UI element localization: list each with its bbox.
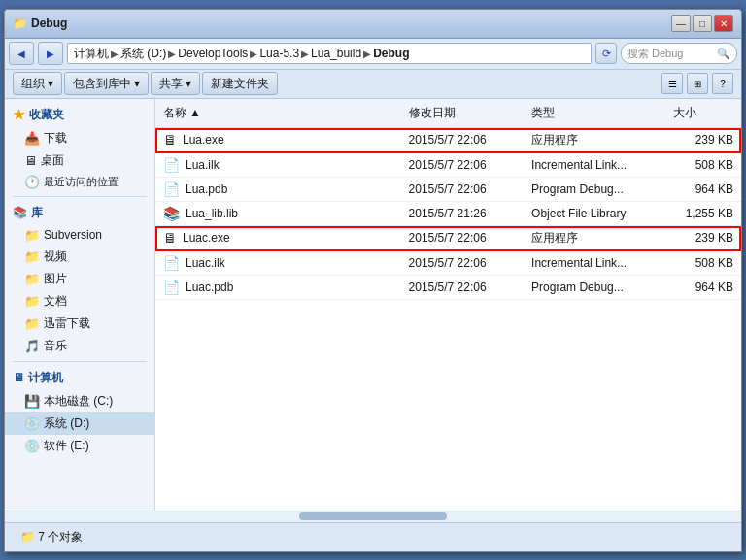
drive-c-icon: 💾 xyxy=(24,394,40,409)
path-devtools: DevelopTools xyxy=(178,47,248,60)
subversion-icon: 📁 xyxy=(24,228,40,243)
table-row[interactable]: 📄 Lua.ilk 2015/5/7 22:06 Incremental Lin… xyxy=(155,153,741,178)
file-type-icon: 📄 xyxy=(163,181,180,197)
table-row[interactable]: 🖥 Luac.exe 2015/5/7 22:06 应用程序 239 KB xyxy=(155,226,741,251)
path-debug: Debug xyxy=(373,47,409,60)
col-header-name[interactable]: 名称 ▲ xyxy=(155,103,401,123)
search-icon: 🔍 xyxy=(717,48,730,60)
organize-button[interactable]: 组织 ▾ xyxy=(13,72,62,95)
file-list-header: 名称 ▲ 修改日期 类型 大小 xyxy=(155,99,741,128)
computer-header[interactable]: 🖥 计算机 xyxy=(5,366,154,390)
horizontal-scrollbar[interactable] xyxy=(5,511,741,522)
file-size: 508 KB xyxy=(665,255,741,271)
new-folder-button[interactable]: 新建文件夹 xyxy=(202,72,278,95)
file-type-icon: 🖥 xyxy=(163,230,177,246)
table-row[interactable]: 📄 Lua.pdb 2015/5/7 22:06 Program Debug..… xyxy=(155,178,741,202)
window-title: Debug xyxy=(31,16,671,30)
file-date: 2015/5/7 22:06 xyxy=(401,255,525,271)
sidebar: ★ 收藏夹 📥 下载 🖥 桌面 🕐 最近访问的位置 xyxy=(5,99,155,511)
sidebar-item-subversion[interactable]: 📁 Subversion xyxy=(5,225,154,246)
file-list: 名称 ▲ 修改日期 类型 大小 🖥 Lua.exe 2015/5/7 22:0 xyxy=(155,99,741,511)
file-name: 📄 Lua.ilk xyxy=(155,156,401,174)
status-text: 7 个对象 xyxy=(38,529,83,545)
search-box[interactable]: 搜索 Debug 🔍 xyxy=(621,43,737,64)
file-name: 🖥 Lua.exe xyxy=(155,131,401,148)
path-computer: 计算机 xyxy=(74,46,109,62)
file-type: Object File Library xyxy=(524,206,665,221)
include-library-button[interactable]: 包含到库中 ▾ xyxy=(64,72,149,95)
minimize-button[interactable]: — xyxy=(671,15,691,32)
explorer-window: 📁 Debug — □ ✕ ◀ ▶ 计算机 ▶ 系统 (D:) ▶ Develo… xyxy=(4,9,742,552)
refresh-button[interactable]: ⟳ xyxy=(595,43,617,64)
file-type: 应用程序 xyxy=(524,229,665,247)
table-row[interactable]: 📄 Luac.ilk 2015/5/7 22:06 Incremental Li… xyxy=(155,251,741,276)
file-type-icon: 📄 xyxy=(163,157,180,173)
sidebar-divider-1 xyxy=(13,196,147,197)
table-row[interactable]: 📚 Lua_lib.lib 2015/5/7 21:26 Object File… xyxy=(155,202,741,226)
sidebar-item-video[interactable]: 📁 视频 xyxy=(5,246,154,268)
file-name: 📄 Luac.ilk xyxy=(155,254,401,272)
computer-section: 🖥 计算机 💾 本地磁盘 (C:) 💿 系统 (D:) 💿 软件 (E:) xyxy=(5,366,154,457)
sidebar-item-recent[interactable]: 🕐 最近访问的位置 xyxy=(5,172,154,192)
file-type: 应用程序 xyxy=(524,131,665,149)
file-type: Incremental Link... xyxy=(524,157,665,173)
sidebar-item-drive-d[interactable]: 💿 系统 (D:) xyxy=(5,412,154,435)
file-type-icon: 📚 xyxy=(163,206,180,221)
address-path[interactable]: 计算机 ▶ 系统 (D:) ▶ DevelopTools ▶ Lua-5.3 ▶… xyxy=(67,43,592,64)
toolbar-right: ☰ ⊞ ? xyxy=(661,73,733,94)
file-size: 239 KB xyxy=(665,132,741,148)
file-name: 🖥 Luac.exe xyxy=(155,229,401,247)
sidebar-item-download[interactable]: 📥 下载 xyxy=(5,127,154,149)
close-button[interactable]: ✕ xyxy=(714,15,733,32)
table-row[interactable]: 🖥 Lua.exe 2015/5/7 22:06 应用程序 239 KB xyxy=(155,128,741,153)
col-header-size[interactable]: 大小 xyxy=(665,103,741,123)
file-size: 1,255 KB xyxy=(665,206,741,221)
file-date: 2015/5/7 21:26 xyxy=(401,206,525,221)
address-bar: ◀ ▶ 计算机 ▶ 系统 (D:) ▶ DevelopTools ▶ Lua-5… xyxy=(5,39,741,70)
view-toggle-button[interactable]: ☰ xyxy=(661,73,683,94)
path-luabuild: Lua_build xyxy=(311,47,361,60)
sort-arrow-icon: ▲ xyxy=(189,106,201,119)
sidebar-item-desktop[interactable]: 🖥 桌面 xyxy=(5,149,154,172)
desktop-icon: 🖥 xyxy=(24,153,37,168)
sidebar-divider-2 xyxy=(13,361,147,362)
help-button[interactable]: ? xyxy=(712,73,733,94)
sidebar-item-drive-e[interactable]: 💿 软件 (E:) xyxy=(5,435,154,457)
libraries-section: 📚 库 📁 Subversion 📁 视频 📁 图片 📁 文档 xyxy=(5,201,154,357)
col-header-type[interactable]: 类型 xyxy=(524,103,665,123)
file-date: 2015/5/7 22:06 xyxy=(401,157,525,173)
file-date: 2015/5/7 22:06 xyxy=(401,230,525,246)
path-lua53: Lua-5.3 xyxy=(259,47,299,60)
sidebar-item-documents[interactable]: 📁 文档 xyxy=(5,290,154,313)
file-name: 📄 Lua.pdb xyxy=(155,181,401,198)
sidebar-item-music[interactable]: 🎵 音乐 xyxy=(5,335,154,357)
folder-status-icon: 📁 xyxy=(20,530,35,544)
toolbar: 组织 ▾ 包含到库中 ▾ 共享 ▾ 新建文件夹 ☰ ⊞ ? xyxy=(5,70,741,99)
share-button[interactable]: 共享 ▾ xyxy=(151,72,200,95)
maximize-button[interactable]: □ xyxy=(693,15,712,32)
favorites-section: ★ 收藏夹 📥 下载 🖥 桌面 🕐 最近访问的位置 xyxy=(5,103,154,192)
star-icon: ★ xyxy=(13,107,25,122)
file-name: 📚 Lua_lib.lib xyxy=(155,205,401,222)
video-icon: 📁 xyxy=(24,249,40,264)
pictures-icon: 📁 xyxy=(24,272,40,286)
scrollbar-thumb[interactable] xyxy=(299,512,447,520)
file-date: 2015/5/7 22:06 xyxy=(401,280,525,295)
sidebar-item-drive-c[interactable]: 💾 本地磁盘 (C:) xyxy=(5,390,154,412)
dropdown-arrow-icon: ▾ xyxy=(186,77,191,90)
view-details-button[interactable]: ⊞ xyxy=(687,73,708,94)
thunder-icon: 📁 xyxy=(24,316,40,331)
file-rows-container: 🖥 Lua.exe 2015/5/7 22:06 应用程序 239 KB 📄 L… xyxy=(155,128,741,300)
table-row[interactable]: 📄 Luac.pdb 2015/5/7 22:06 Program Debug.… xyxy=(155,276,741,300)
file-size: 964 KB xyxy=(665,181,741,197)
favorites-header[interactable]: ★ 收藏夹 xyxy=(5,103,154,127)
libraries-header[interactable]: 📚 库 xyxy=(5,201,154,225)
title-icon: 📁 xyxy=(13,16,27,30)
back-button[interactable]: ◀ xyxy=(9,42,34,65)
file-size: 508 KB xyxy=(665,157,741,173)
col-header-date[interactable]: 修改日期 xyxy=(401,103,525,123)
sidebar-item-thunder[interactable]: 📁 迅雷下载 xyxy=(5,313,154,335)
forward-button[interactable]: ▶ xyxy=(38,42,63,65)
file-type: Incremental Link... xyxy=(524,255,665,271)
sidebar-item-pictures[interactable]: 📁 图片 xyxy=(5,268,154,290)
